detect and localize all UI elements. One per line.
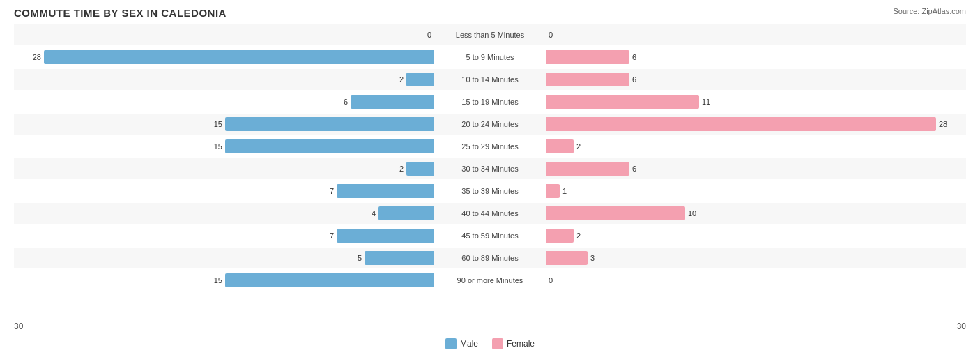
female-bar [546, 206, 685, 220]
male-value: 7 [330, 181, 334, 202]
female-bar [546, 184, 560, 198]
male-value: 2 [399, 69, 404, 90]
male-value: 2 [399, 158, 404, 179]
chart-container: COMMUTE TIME BY SEX IN CALEDONIA Source:… [0, 0, 980, 364]
row-label: 25 to 29 Minutes [434, 142, 546, 151]
source-text: Source: ZipAtlas.com [893, 7, 966, 15]
female-bar [546, 117, 936, 131]
female-bar [546, 139, 574, 153]
male-color-box [445, 338, 457, 349]
bar-row: 25 to 29 Minutes152 [14, 136, 966, 157]
female-bar [546, 229, 574, 243]
male-value: 4 [372, 203, 376, 224]
bar-row: 90 or more Minutes150 [14, 270, 966, 291]
male-bar [406, 162, 434, 176]
bar-row: Less than 5 Minutes00 [14, 24, 966, 45]
female-bar [546, 162, 629, 176]
male-value: 28 [33, 47, 41, 68]
male-label: Male [460, 339, 478, 349]
row-label: 15 to 19 Minutes [434, 98, 546, 106]
male-value: 5 [358, 248, 362, 268]
bar-row: 20 to 24 Minutes1528 [14, 114, 966, 135]
row-label: 60 to 89 Minutes [434, 254, 546, 262]
male-bar [351, 95, 434, 109]
axis-left-label: 30 [14, 321, 23, 331]
female-value: 2 [576, 225, 581, 246]
axis-bottom: 30 30 [14, 319, 966, 334]
row-label: 20 to 24 Minutes [434, 120, 546, 128]
male-bar [225, 117, 434, 131]
row-label: 45 to 59 Minutes [434, 232, 546, 240]
bar-row: 30 to 34 Minutes26 [14, 158, 966, 179]
male-bar [225, 273, 434, 287]
female-value: 3 [590, 248, 595, 268]
row-label: 10 to 14 Minutes [434, 75, 546, 84]
female-bar [546, 50, 629, 64]
male-value: 7 [330, 225, 334, 246]
row-label: Less than 5 Minutes [434, 31, 546, 39]
female-bar [546, 95, 699, 109]
bar-row: 45 to 59 Minutes72 [14, 225, 966, 246]
male-value: 15 [214, 270, 222, 291]
bar-row: 15 to 19 Minutes611 [14, 91, 966, 112]
female-value: 6 [632, 47, 636, 68]
female-value: 2 [576, 136, 581, 157]
male-bar [44, 50, 434, 64]
male-value: 15 [214, 136, 222, 157]
male-bar [378, 206, 434, 220]
female-value: 28 [939, 114, 947, 135]
female-value: 11 [702, 91, 710, 112]
male-value: 15 [214, 114, 222, 135]
chart-area: Less than 5 Minutes005 to 9 Minutes28610… [14, 24, 966, 317]
male-bar [337, 229, 434, 243]
row-label: 30 to 34 Minutes [434, 165, 546, 173]
legend: Male Female [14, 338, 966, 349]
axis-right-label: 30 [957, 321, 966, 331]
bar-row: 40 to 44 Minutes410 [14, 203, 966, 224]
bar-row: 10 to 14 Minutes26 [14, 69, 966, 90]
row-label: 5 to 9 Minutes [434, 53, 546, 61]
male-bar [365, 251, 434, 265]
female-label: Female [507, 339, 535, 349]
row-label: 90 or more Minutes [434, 276, 546, 285]
male-value: 0 [427, 24, 431, 45]
male-bar [225, 139, 434, 153]
female-bar [546, 251, 588, 265]
female-value: 0 [549, 24, 553, 45]
female-value: 1 [562, 181, 567, 202]
female-color-box [492, 338, 503, 349]
female-value: 10 [688, 203, 696, 224]
female-value: 6 [632, 158, 636, 179]
male-bar [337, 184, 434, 198]
row-label: 40 to 44 Minutes [434, 209, 546, 218]
bar-row: 60 to 89 Minutes53 [14, 248, 966, 268]
chart-title: COMMUTE TIME BY SEX IN CALEDONIA [14, 7, 966, 19]
row-label: 35 to 39 Minutes [434, 187, 546, 195]
female-bar [546, 73, 629, 86]
female-value: 0 [549, 270, 553, 291]
bar-row: 5 to 9 Minutes286 [14, 47, 966, 68]
bar-row: 35 to 39 Minutes71 [14, 181, 966, 202]
male-value: 6 [344, 91, 348, 112]
male-bar [406, 73, 434, 86]
legend-female: Female [492, 338, 535, 349]
female-value: 6 [632, 69, 636, 90]
legend-male: Male [445, 338, 478, 349]
